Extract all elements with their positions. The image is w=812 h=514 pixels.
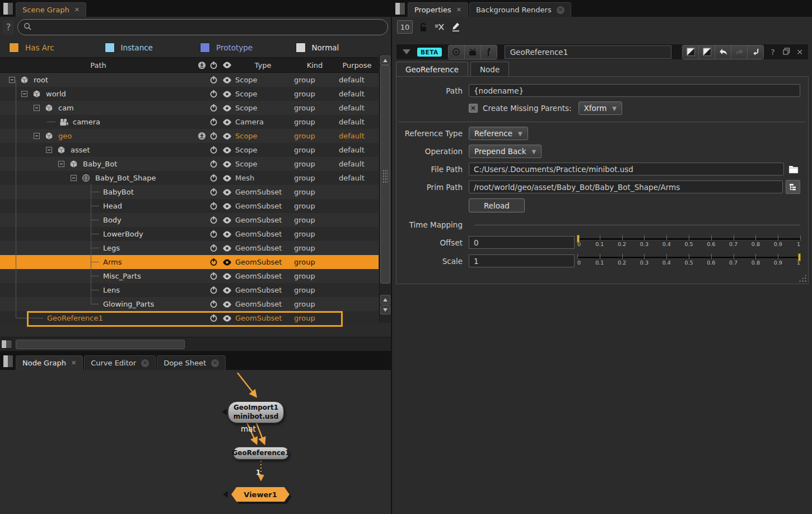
diagonal-split-icon[interactable] — [699, 45, 715, 59]
table-row[interactable]: camera Camera group default — [0, 115, 379, 129]
visibility-eye-icon[interactable] — [220, 231, 234, 238]
scale-slider[interactable]: 00.10.20.30.40.50.60.70.80.91 — [577, 253, 800, 268]
power-toggle-icon[interactable] — [207, 286, 220, 294]
tree-expander-icon[interactable] — [71, 175, 77, 181]
tree-expander-icon[interactable] — [91, 220, 99, 220]
visibility-eye-icon[interactable] — [220, 175, 234, 182]
visibility-eye-icon[interactable] — [220, 77, 234, 84]
offset-input[interactable] — [469, 236, 575, 249]
close-icon[interactable]: ✕ — [74, 6, 80, 13]
tree-expander-icon[interactable] — [46, 147, 52, 153]
scrollbar-thumb[interactable] — [380, 65, 390, 284]
scroll-up-button[interactable] — [380, 295, 390, 304]
table-row[interactable]: asset Scope group default — [0, 143, 379, 157]
monitor-icon[interactable] — [465, 45, 481, 59]
tree-expander-icon[interactable] — [58, 161, 64, 167]
folder-browse-icon[interactable] — [787, 163, 800, 175]
tree-expander-icon[interactable] — [91, 276, 99, 276]
power-toggle-icon[interactable] — [207, 314, 220, 322]
visibility-eye-icon[interactable] — [220, 287, 234, 294]
visibility-eye-icon[interactable] — [220, 119, 234, 126]
slider-handle[interactable] — [577, 235, 580, 243]
panel-grip-icon[interactable] — [395, 2, 405, 15]
power-toggle-icon[interactable] — [207, 188, 220, 196]
scale-input[interactable] — [469, 254, 575, 267]
column-purpose[interactable]: Purpose — [337, 61, 377, 70]
tab-dope-sheet[interactable]: Dope Sheet ✕ — [157, 355, 226, 370]
table-row[interactable]: root Scope group default — [0, 73, 379, 87]
path-input[interactable] — [469, 84, 800, 97]
power-toggle-icon[interactable] — [207, 90, 220, 98]
visibility-eye-icon[interactable] — [220, 105, 234, 112]
create-missing-parents-checkbox[interactable]: ✕ — [469, 104, 478, 113]
redo-icon[interactable] — [731, 45, 748, 59]
prim-path-input[interactable] — [469, 180, 783, 193]
visibility-eye-icon[interactable] — [220, 245, 234, 252]
load-state-column-icon[interactable] — [197, 61, 207, 70]
power-toggle-icon[interactable] — [207, 146, 220, 154]
table-row[interactable]: GeoReference1 GeomSubset group — [0, 311, 379, 325]
close-icon[interactable]: ✕ — [456, 6, 461, 13]
node-geoimport1[interactable]: GeoImport1 minibot.usd — [228, 401, 284, 423]
record-icon[interactable] — [449, 45, 465, 59]
power-toggle-icon[interactable] — [207, 132, 220, 140]
node-georeference1[interactable]: GeoReference1 — [233, 447, 289, 460]
hierarchy-browse-icon[interactable] — [786, 180, 800, 194]
table-row[interactable]: Lens GeomSubset group — [0, 283, 379, 297]
power-toggle-icon[interactable] — [207, 244, 220, 252]
eye-column-icon[interactable] — [220, 62, 234, 68]
power-toggle-icon[interactable] — [207, 272, 220, 280]
visibility-eye-icon[interactable] — [220, 189, 234, 196]
table-row[interactable]: Baby_Bot Scope group default — [0, 157, 379, 171]
table-row[interactable]: Head GeomSubset group — [0, 199, 379, 213]
input-port-icon[interactable] — [223, 491, 228, 498]
help-icon[interactable]: ? — [767, 48, 779, 57]
undo-icon[interactable] — [715, 45, 731, 59]
resize-grip-icon[interactable] — [799, 274, 806, 282]
tree-expander-icon[interactable] — [91, 206, 99, 206]
table-row[interactable]: Legs GeomSubset group — [0, 241, 379, 255]
table-row[interactable]: Baby_Bot_Shape Mesh group default — [0, 171, 379, 185]
table-row[interactable]: Glowing_Parts GeomSubset group — [0, 297, 379, 311]
tree-expander-icon[interactable] — [91, 192, 99, 192]
visibility-eye-icon[interactable] — [220, 301, 234, 308]
vertical-scrollbar[interactable] — [379, 55, 390, 323]
table-row[interactable]: Arms GeomSubset group — [0, 255, 379, 269]
tree-expander-icon[interactable] — [34, 105, 40, 111]
visibility-eye-icon[interactable] — [220, 217, 234, 224]
tree-expander-icon[interactable] — [91, 248, 99, 248]
node-name-input[interactable] — [505, 45, 671, 59]
close-icon[interactable]: ✕ — [141, 359, 149, 367]
table-row[interactable]: geo Scope group default — [0, 129, 379, 143]
close-icon[interactable]: ✕ — [557, 6, 564, 14]
tab-node[interactable]: Node — [470, 62, 509, 77]
visibility-eye-icon[interactable] — [220, 91, 234, 98]
help-button[interactable]: ? — [3, 20, 14, 35]
power-toggle-icon[interactable] — [207, 202, 220, 210]
tab-properties[interactable]: Properties ✕ — [408, 2, 468, 17]
tab-node-graph[interactable]: Node Graph ✕ — [16, 355, 83, 370]
power-toggle-icon[interactable] — [207, 76, 220, 84]
visibility-eye-icon[interactable] — [220, 259, 234, 266]
tree-expander-icon[interactable] — [91, 234, 99, 234]
input-port-icon[interactable] — [222, 409, 227, 415]
panel-grip-icon[interactable] — [3, 355, 13, 368]
refresh-icon[interactable] — [748, 45, 763, 59]
wrench-icon[interactable] — [481, 45, 497, 59]
table-row[interactable]: BabyBot GeomSubset group — [0, 185, 379, 199]
tab-background-renders[interactable]: Background Renders ✕ — [469, 2, 571, 17]
offset-slider[interactable]: 00.10.20.30.40.50.60.70.80.91 — [577, 235, 800, 250]
power-column-icon[interactable] — [207, 61, 220, 70]
collapse-triangle-icon[interactable] — [403, 49, 410, 54]
lock-icon[interactable] — [418, 20, 429, 34]
tree-expander-icon[interactable] — [91, 304, 99, 304]
tree-expander-icon[interactable] — [35, 318, 43, 318]
node-viewer1[interactable]: Viewer1 — [231, 487, 290, 502]
visibility-eye-icon[interactable] — [220, 315, 234, 322]
visibility-eye-icon[interactable] — [220, 147, 234, 154]
power-toggle-icon[interactable] — [207, 216, 220, 224]
diagonal-split-icon[interactable] — [683, 45, 699, 59]
tree-expander-icon[interactable] — [91, 262, 99, 262]
visibility-eye-icon[interactable] — [220, 203, 234, 210]
search-box[interactable] — [17, 19, 388, 35]
